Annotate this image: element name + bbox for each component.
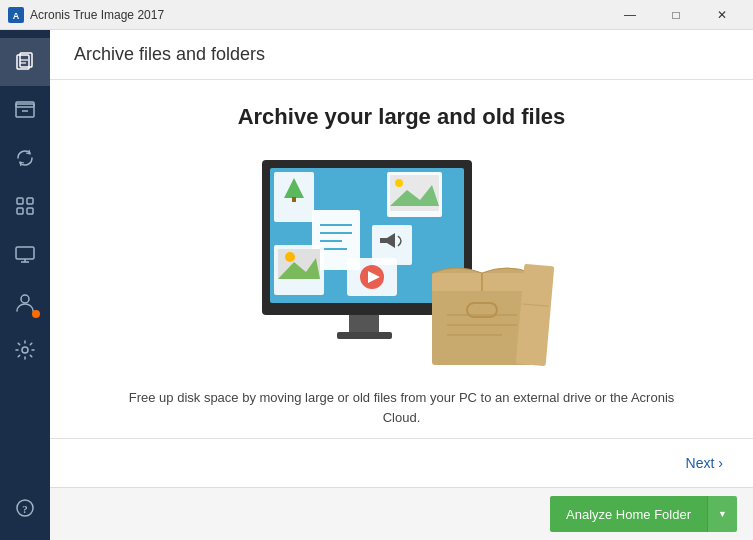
app-body: ? Archive files and folders Archive your…	[0, 30, 753, 540]
title-bar: A Acronis True Image 2017 — □ ✕	[0, 0, 753, 30]
sidebar-item-sync[interactable]	[0, 134, 50, 182]
sidebar-bottom: ?	[0, 484, 50, 540]
svg-point-17	[22, 347, 28, 353]
sidebar-item-archive[interactable]	[0, 86, 50, 134]
sidebar-item-account[interactable]	[0, 278, 50, 326]
settings-icon	[14, 339, 36, 361]
app-icon: A	[8, 7, 24, 23]
window-title: Acronis True Image 2017	[30, 8, 607, 22]
page-title: Archive files and folders	[74, 44, 729, 65]
bottom-bar: Next ›	[50, 438, 753, 487]
svg-rect-43	[349, 315, 379, 333]
monitor-icon	[14, 243, 36, 265]
sidebar-item-help[interactable]: ?	[0, 484, 50, 532]
sidebar-item-tools[interactable]	[0, 182, 50, 230]
svg-text:A: A	[13, 11, 20, 21]
sidebar-item-backup[interactable]	[0, 38, 50, 86]
next-label: Next	[686, 455, 715, 471]
notification-badge	[32, 310, 40, 318]
svg-point-16	[21, 295, 29, 303]
svg-rect-11	[17, 208, 23, 214]
hero-title: Archive your large and old files	[238, 104, 566, 130]
next-chevron: ›	[718, 455, 723, 471]
page-header: Archive files and folders	[50, 30, 753, 80]
svg-rect-13	[16, 247, 34, 259]
account-icon	[14, 291, 36, 313]
next-button[interactable]: Next ›	[676, 449, 733, 477]
svg-rect-9	[17, 198, 23, 204]
svg-rect-10	[27, 198, 33, 204]
svg-text:?: ?	[22, 503, 28, 515]
help-icon: ?	[14, 497, 36, 519]
sync-icon	[14, 147, 36, 169]
sidebar-item-settings[interactable]	[0, 326, 50, 374]
action-bar: Analyze Home Folder ▼	[50, 487, 753, 540]
bottom-right: Next ›	[676, 449, 733, 477]
svg-rect-39	[292, 197, 296, 202]
main-content: Archive your large and old files	[50, 80, 753, 438]
maximize-button[interactable]: □	[653, 0, 699, 30]
svg-point-36	[285, 252, 295, 262]
grid-icon	[14, 195, 36, 217]
analyze-button[interactable]: Analyze Home Folder	[550, 496, 707, 532]
minimize-button[interactable]: —	[607, 0, 653, 30]
close-button[interactable]: ✕	[699, 0, 745, 30]
description-text: Free up disk space by moving large or ol…	[110, 388, 693, 427]
backup-icon	[14, 51, 36, 73]
svg-rect-44	[337, 332, 392, 339]
archive-icon	[14, 99, 36, 121]
svg-point-25	[395, 179, 403, 187]
sidebar-item-monitor[interactable]	[0, 230, 50, 278]
svg-rect-12	[27, 208, 33, 214]
dropdown-arrow-icon: ▼	[718, 509, 727, 519]
window-controls: — □ ✕	[607, 0, 745, 30]
analyze-dropdown-button[interactable]: ▼	[707, 496, 737, 532]
illustration	[232, 150, 572, 370]
content-area: Archive files and folders Archive your l…	[50, 30, 753, 540]
sidebar: ?	[0, 30, 50, 540]
